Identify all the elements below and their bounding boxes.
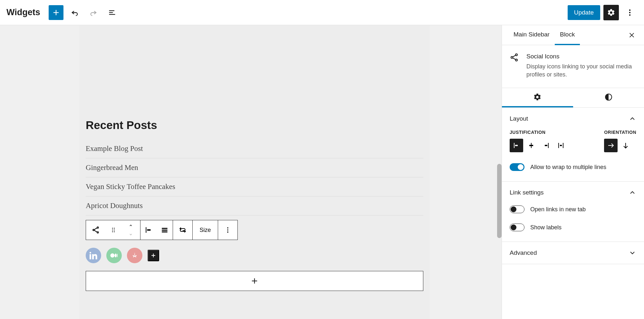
- svg-point-18: [114, 231, 115, 232]
- header-right: Update: [568, 5, 638, 20]
- open-new-tab-label: Open links in new tab: [530, 206, 586, 213]
- block-toolbar: Size: [86, 220, 238, 240]
- justify-left-button[interactable]: [510, 139, 523, 152]
- svg-point-17: [112, 231, 113, 232]
- block-description: Display icons linking to your social med…: [526, 63, 636, 79]
- social-icons-block[interactable]: [86, 248, 423, 263]
- layout-panel-header[interactable]: Layout: [502, 108, 644, 130]
- gear-icon: [533, 93, 542, 101]
- scrollbar[interactable]: [497, 164, 502, 238]
- wrap-toggle[interactable]: [510, 163, 524, 171]
- svg-point-14: [114, 228, 115, 229]
- show-labels-toggle[interactable]: [510, 224, 524, 231]
- svg-point-26: [227, 232, 228, 233]
- linkedin-icon[interactable]: [86, 248, 101, 263]
- add-block-button[interactable]: [49, 5, 63, 20]
- main-area: Recent Posts Example Blog Post Gingerbre…: [0, 25, 644, 319]
- link-settings-panel-header[interactable]: Link settings: [502, 182, 644, 204]
- widget-area-container: Recent Posts Example Blog Post Gingerbre…: [79, 25, 430, 319]
- tab-block[interactable]: Block: [555, 25, 580, 45]
- update-button[interactable]: Update: [568, 5, 600, 20]
- svg-rect-46: [545, 145, 547, 146]
- link-settings-panel: Link settings Open links in new tab Show…: [502, 182, 644, 242]
- settings-sidebar: Main Sidebar Block Social Icons Display …: [502, 25, 644, 319]
- svg-point-16: [114, 230, 115, 231]
- svg-line-39: [513, 55, 516, 57]
- svg-rect-49: [560, 145, 562, 146]
- recent-posts-heading: Recent Posts: [86, 119, 423, 132]
- svg-rect-23: [162, 231, 167, 232]
- svg-point-29: [117, 254, 118, 257]
- redo-button[interactable]: [86, 5, 101, 20]
- panel-title: Layout: [510, 115, 528, 122]
- justification-label: JUSTIFICATION: [510, 130, 568, 135]
- svg-point-25: [227, 229, 228, 231]
- move-down-button[interactable]: [128, 230, 133, 239]
- more-options-button[interactable]: [622, 5, 638, 20]
- open-new-tab-row: Open links in new tab: [510, 204, 636, 215]
- subtab-settings[interactable]: [502, 88, 573, 107]
- svg-rect-44: [529, 145, 533, 146]
- list-item[interactable]: Example Blog Post: [86, 139, 423, 158]
- yelp-icon[interactable]: [127, 248, 142, 263]
- justify-right-button[interactable]: [539, 139, 553, 152]
- transform-button[interactable]: [173, 220, 192, 240]
- block-movers: [121, 220, 140, 240]
- svg-point-27: [111, 254, 115, 258]
- svg-point-24: [227, 227, 228, 229]
- show-labels-label: Show labels: [530, 224, 562, 231]
- share-icon: [510, 53, 520, 79]
- svg-point-7: [629, 14, 630, 15]
- panel-title: Advanced: [510, 249, 537, 256]
- svg-rect-22: [162, 230, 167, 231]
- justification-buttons: [510, 139, 568, 152]
- svg-rect-20: [147, 229, 151, 231]
- document-outline-button[interactable]: [105, 5, 120, 20]
- svg-point-28: [115, 254, 117, 257]
- drag-handle[interactable]: [105, 220, 121, 240]
- subtab-styles[interactable]: [573, 88, 644, 107]
- recent-posts-list: Example Blog Post Gingerbread Men Vegan …: [86, 139, 423, 215]
- svg-rect-42: [515, 145, 518, 146]
- advanced-panel: Advanced: [502, 242, 644, 264]
- editor-header: Widgets Update: [0, 0, 644, 25]
- block-type-button[interactable]: [86, 220, 105, 240]
- add-social-icon-button[interactable]: [148, 250, 159, 261]
- wrap-toggle-label: Allow to wrap to multiple lines: [530, 164, 606, 171]
- block-appender[interactable]: [86, 271, 423, 291]
- chevron-down-icon: [629, 249, 636, 257]
- svg-line-40: [513, 58, 516, 59]
- size-button[interactable]: Size: [193, 220, 218, 240]
- svg-line-11: [94, 228, 97, 230]
- svg-point-15: [112, 230, 113, 231]
- justify-items-button[interactable]: [140, 220, 157, 240]
- editor-canvas[interactable]: Recent Posts Example Blog Post Gingerbre…: [0, 25, 502, 319]
- tab-main-sidebar[interactable]: Main Sidebar: [508, 25, 555, 45]
- orientation-vertical-button[interactable]: [619, 139, 632, 152]
- orientation-horizontal-button[interactable]: [604, 139, 618, 152]
- svg-point-9: [93, 229, 94, 231]
- svg-rect-19: [146, 227, 146, 233]
- medium-icon[interactable]: [106, 248, 122, 263]
- svg-rect-41: [514, 143, 514, 148]
- svg-point-10: [97, 232, 98, 233]
- svg-point-13: [112, 228, 113, 229]
- panel-title: Link settings: [510, 189, 544, 196]
- list-item[interactable]: Gingerbread Men: [86, 158, 423, 177]
- block-more-options-button[interactable]: [218, 220, 237, 240]
- close-sidebar-button[interactable]: [626, 29, 638, 41]
- open-new-tab-toggle[interactable]: [510, 205, 524, 213]
- svg-point-5: [629, 9, 630, 11]
- list-item[interactable]: Apricot Doughnuts: [86, 196, 423, 215]
- chevron-up-icon: [629, 189, 636, 196]
- wrap-toggle-row: Allow to wrap to multiple lines: [510, 161, 636, 173]
- advanced-panel-header[interactable]: Advanced: [502, 242, 644, 264]
- list-item[interactable]: Vegan Sticky Toffee Pancakes: [86, 177, 423, 196]
- align-button[interactable]: [157, 220, 173, 240]
- undo-button[interactable]: [67, 5, 82, 20]
- move-up-button[interactable]: [128, 221, 133, 230]
- justify-center-button[interactable]: [524, 139, 538, 152]
- settings-button[interactable]: [603, 5, 619, 20]
- justify-space-between-button[interactable]: [554, 139, 568, 152]
- widget-area: Recent Posts Example Blog Post Gingerbre…: [79, 25, 430, 291]
